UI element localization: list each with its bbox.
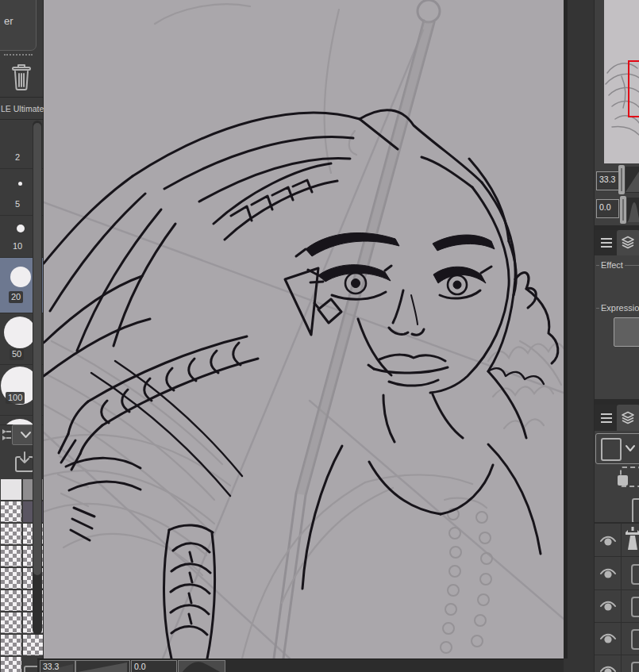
navigator-zoom-value[interactable]: 33.3 [596,171,619,190]
layers-panel-header [595,405,639,431]
hamburger-icon [599,236,614,249]
blend-square-icon [601,438,622,461]
tool-popup-label: er [4,15,13,27]
view-area-indicator[interactable] [628,60,639,117]
brand-label: LE Ultimate [1,104,44,113]
sidebar-scrollbar-handle[interactable] [33,123,41,575]
layer-row[interactable] [595,557,639,590]
paste-selection-fill-icon [618,475,628,486]
transparent-swatch[interactable] [1,501,21,522]
tool-popup[interactable]: er [0,0,37,51]
layer-thumbnail[interactable] [631,597,639,617]
layers-stack-icon [621,236,635,249]
expression-section-label: Expression [596,303,639,313]
transparent-swatch[interactable] [1,635,21,655]
eye-icon[interactable] [599,632,617,644]
navigator-rotation-value[interactable]: 0.0 [596,199,619,218]
color-swatch[interactable] [1,479,21,500]
navigator-thumbnail[interactable] [604,0,639,163]
transparent-swatch[interactable] [1,590,21,611]
zoom-slider-handle[interactable] [618,165,625,194]
trash-button[interactable] [10,63,33,91]
effect-section-label: Effect [596,260,639,270]
canvas-status-bar: 33.3 0.0 [37,659,564,672]
layer-property-tab[interactable] [617,230,639,255]
transparent-swatch[interactable] [1,546,21,566]
blend-mode-dropdown[interactable] [595,433,639,464]
eye-icon[interactable] [599,664,617,672]
rotation-value-box[interactable]: 0.0 [131,660,177,672]
navigator-rotation-slider[interactable] [627,198,639,222]
zoom-value-box[interactable]: 33.3 [40,660,75,672]
eye-icon[interactable] [599,566,617,579]
layer-thumbnail[interactable] [631,662,639,672]
chevron-down-icon [625,444,636,452]
rotation-curve-icon [627,198,639,222]
layer-row[interactable] [595,524,639,557]
eye-icon[interactable] [599,534,617,547]
zoom-ramp-icon [626,167,639,193]
zoom-slider[interactable] [75,660,130,672]
workspace-gutter [564,0,594,672]
zoom-ramp-icon [76,661,129,672]
canvas-shadow [564,0,568,659]
transparent-swatch[interactable] [23,635,43,655]
rotation-slider-handle[interactable] [620,196,626,224]
rotation-curve-icon [179,661,225,672]
transparent-swatch[interactable] [1,657,21,672]
left-toolbar: er LE Ultimate 2 5 [0,0,44,672]
canvas[interactable] [44,0,564,659]
transparent-swatch[interactable] [1,612,21,633]
expression-color-dropdown[interactable] [614,317,639,347]
navigator-zoom-slider[interactable] [626,167,639,193]
eye-icon[interactable] [599,599,617,612]
trash-icon [10,63,33,91]
panel-menu-button[interactable] [599,412,614,424]
rotation-slider[interactable] [178,660,225,672]
layer-sheet-icon[interactable] [632,498,639,524]
panel-menu-button[interactable] [599,236,614,249]
drawing-figure-icon[interactable] [625,527,639,552]
panel-grip[interactable] [4,54,33,56]
brush-size-presets-icon[interactable] [2,428,11,442]
canvas-artwork [44,0,564,659]
layer-row[interactable] [595,655,639,672]
layer-row[interactable] [595,589,639,623]
layer-row[interactable] [595,622,639,655]
layer-thumbnail[interactable] [631,564,639,585]
transparent-swatch[interactable] [1,568,21,589]
right-panel: 33.3 0.0 [594,0,639,672]
paint-application-window: er LE Ultimate 2 5 [0,0,639,672]
layers-panel-tab[interactable] [617,405,639,431]
layer-property-header [595,230,639,255]
hamburger-icon [599,412,614,424]
layer-thumbnail[interactable] [631,629,639,650]
transparent-swatch[interactable] [1,524,21,544]
layers-stack-icon [621,411,635,424]
